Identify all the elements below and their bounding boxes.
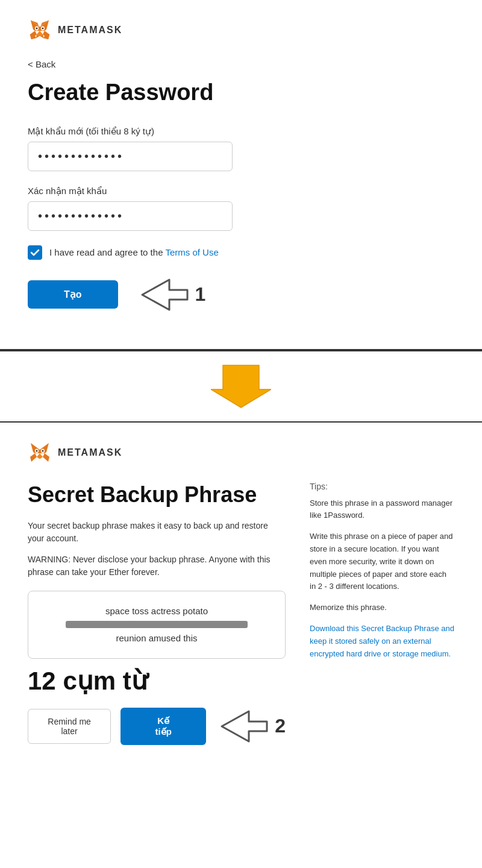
- button-row: Tạo 1: [28, 277, 454, 313]
- tip2: Write this phrase on a piece of paper an…: [310, 530, 454, 593]
- page-title: Create Password: [28, 79, 454, 107]
- backup-desc: Your secret backup phrase makes it easy …: [28, 520, 286, 545]
- metamask-fox-icon: [28, 18, 52, 42]
- bottom-row: Remind me later Kế tiếp 2: [28, 708, 286, 745]
- phrase-box: space toss actress potato reunion amused…: [28, 591, 286, 659]
- backup-title: Secret Backup Phrase: [28, 482, 286, 508]
- remind-later-button[interactable]: Remind me later: [28, 709, 111, 744]
- down-arrow-icon: [211, 362, 271, 410]
- metamask-fox-icon-2: [28, 441, 52, 465]
- backup-content: Secret Backup Phrase Your secret backup …: [28, 482, 454, 745]
- new-password-label: Mật khẩu mới (tối thiểu 8 ký tự): [28, 126, 454, 137]
- svg-marker-18: [222, 711, 267, 741]
- svg-point-16: [36, 450, 38, 451]
- create-password-section: METAMASK < Back Create Password Mật khẩu…: [0, 0, 482, 350]
- annotation-number-1: 1: [195, 283, 206, 306]
- terms-checkbox-row: I have read and agree to the Terms of Us…: [28, 245, 454, 260]
- metamask-wordmark: METAMASK: [58, 25, 122, 36]
- arrow-left-2-icon: [216, 708, 270, 744]
- metamask-header: METAMASK: [28, 18, 454, 42]
- arrow-annotation-1: 1: [136, 277, 206, 313]
- word-count-label: 12 cụm từ: [28, 666, 286, 696]
- terms-checkbox[interactable]: [28, 245, 42, 260]
- svg-point-10: [36, 28, 38, 30]
- confirm-password-input[interactable]: [28, 201, 233, 231]
- backup-phrase-section: METAMASK Secret Backup Phrase Your secre…: [0, 423, 482, 769]
- backup-warning: WARNING: Never disclose your backup phra…: [28, 553, 286, 579]
- svg-marker-12: [142, 280, 187, 310]
- backup-tips: Tips: Store this phrase in a password ma…: [310, 482, 454, 745]
- back-link[interactable]: < Back: [28, 59, 55, 69]
- download-phrase-link[interactable]: Download this Secret Backup Phrase and k…: [310, 624, 454, 658]
- phrase-line-3: reunion amused this: [43, 631, 271, 646]
- terms-of-use-link[interactable]: Terms of Use: [165, 247, 218, 257]
- checkbox-label: I have read and agree to the Terms of Us…: [49, 247, 219, 257]
- metamask-header-2: METAMASK: [28, 441, 454, 465]
- phrase-line-1: space toss actress potato: [43, 603, 271, 619]
- metamask-wordmark-2: METAMASK: [58, 447, 122, 458]
- arrow-annotation-2: 2: [216, 708, 286, 744]
- confirm-password-label: Xác nhận mật khẩu: [28, 186, 454, 197]
- arrow-left-icon: [136, 277, 190, 313]
- annotation-number-2: 2: [275, 715, 286, 737]
- tip1: Store this phrase in a password manager …: [310, 497, 454, 523]
- checkmark-icon: [30, 248, 40, 257]
- divider-arrow: [0, 350, 482, 423]
- tip3: Memorize this phrase.: [310, 602, 454, 614]
- svg-point-17: [42, 450, 44, 451]
- svg-point-11: [42, 28, 44, 30]
- create-button[interactable]: Tạo: [28, 280, 118, 309]
- backup-left: Secret Backup Phrase Your secret backup …: [28, 482, 286, 745]
- svg-marker-13: [211, 365, 271, 407]
- new-password-input[interactable]: [28, 142, 233, 171]
- phrase-blur-bar: [66, 621, 248, 628]
- tips-label: Tips:: [310, 482, 454, 491]
- next-button[interactable]: Kế tiếp: [120, 708, 206, 745]
